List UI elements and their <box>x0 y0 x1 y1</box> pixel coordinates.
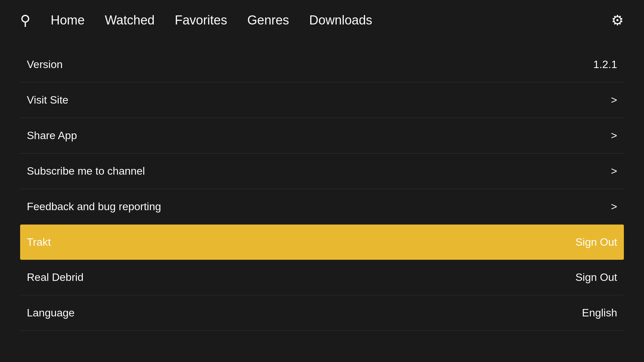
settings-row-share-app[interactable]: Share App > <box>20 118 624 154</box>
nav-favorites[interactable]: Favorites <box>175 13 227 27</box>
version-label: Version <box>27 58 63 71</box>
subscribe-label: Subscribe me to channel <box>27 165 145 177</box>
settings-row-trakt[interactable]: Trakt Sign Out <box>20 225 624 260</box>
version-value: 1.2.1 <box>593 58 617 71</box>
share-app-label: Share App <box>27 129 77 142</box>
share-app-arrow: > <box>611 129 617 142</box>
trakt-sign-out: Sign Out <box>575 236 617 248</box>
language-value: English <box>582 307 617 319</box>
settings-row-version[interactable]: Version 1.2.1 <box>20 47 624 82</box>
search-icon[interactable]: ⚲ <box>20 12 31 28</box>
nav-downloads[interactable]: Downloads <box>309 13 372 27</box>
feedback-label: Feedback and bug reporting <box>27 200 161 213</box>
settings-row-real-debrid[interactable]: Real Debrid Sign Out <box>20 260 624 295</box>
settings-row-feedback[interactable]: Feedback and bug reporting > <box>20 189 624 225</box>
nav-home[interactable]: Home <box>51 13 85 27</box>
feedback-arrow: > <box>611 200 617 213</box>
navbar: ⚲ Home Watched Favorites Genres Download… <box>0 0 644 40</box>
trakt-label: Trakt <box>27 236 51 248</box>
settings-row-subscribe[interactable]: Subscribe me to channel > <box>20 154 624 189</box>
visit-site-label: Visit Site <box>27 94 68 106</box>
visit-site-arrow: > <box>611 94 617 106</box>
nav-genres[interactable]: Genres <box>247 13 289 27</box>
settings-row-language[interactable]: Language English <box>20 295 624 331</box>
settings-row-visit-site[interactable]: Visit Site > <box>20 82 624 118</box>
language-label: Language <box>27 307 74 319</box>
real-debrid-label: Real Debrid <box>27 271 84 284</box>
settings-icon[interactable]: ⚙ <box>611 12 624 28</box>
nav-watched[interactable]: Watched <box>105 13 155 27</box>
real-debrid-sign-out: Sign Out <box>575 271 617 284</box>
settings-content: Version 1.2.1 Visit Site > Share App > S… <box>0 40 644 331</box>
subscribe-arrow: > <box>611 165 617 177</box>
nav-links: Home Watched Favorites Genres Downloads <box>51 13 611 27</box>
